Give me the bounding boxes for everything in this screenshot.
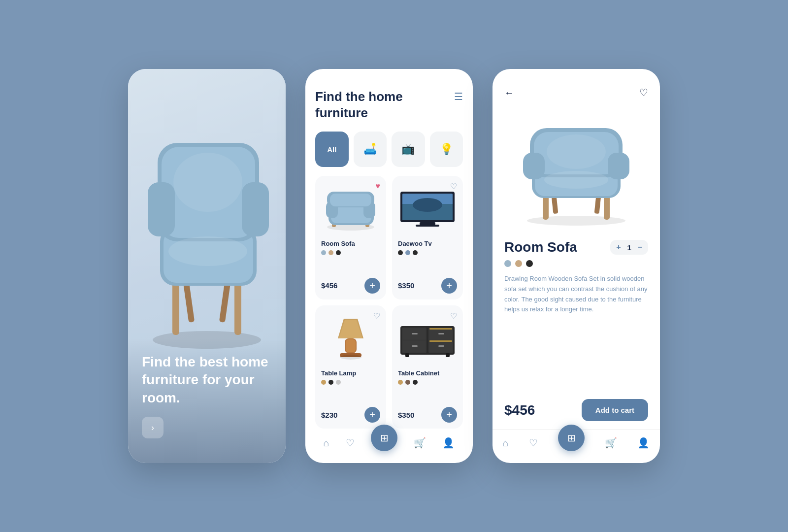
svg-rect-9 xyxy=(148,182,175,236)
cabinet-colors xyxy=(398,380,457,385)
color-dot-black3 xyxy=(328,380,333,385)
detail-color-options xyxy=(504,260,648,267)
detail-header: ← ♡ xyxy=(492,69,660,103)
cat-all-label: All xyxy=(327,145,336,154)
scan-icon: ⊞ xyxy=(380,432,389,444)
svg-point-50 xyxy=(527,216,625,226)
svg-rect-46 xyxy=(438,333,444,334)
cat-sofa[interactable]: 🛋️ xyxy=(354,132,387,167)
color-dot-silver xyxy=(336,380,341,385)
product-daewoo-tv: ♡ Daewoo Tv xyxy=(392,176,463,299)
product-table-cabinet: ♡ xyxy=(392,305,463,429)
phone-hero: Find the best home furniture for your ro… xyxy=(128,69,286,463)
sofa-image xyxy=(321,182,380,236)
qty-decrease-button[interactable]: + xyxy=(616,243,621,252)
cat-all[interactable]: All xyxy=(315,132,349,167)
product-table-lamp: ♡ Table Lamp xyxy=(315,305,386,429)
lamp-price: $230 xyxy=(321,411,337,419)
detail-nav-scan-button[interactable]: ⊞ xyxy=(558,425,585,451)
category-row: All 🛋️ 📺 💡 xyxy=(315,132,463,167)
svg-rect-28 xyxy=(416,225,439,227)
phone-listing: Find the home furniture ☰ All 🛋️ 📺 💡 ♥ xyxy=(305,69,473,463)
add-to-cart-button[interactable]: Add to cart xyxy=(582,399,648,421)
svg-point-62 xyxy=(547,134,606,169)
lamp-category-icon: 💡 xyxy=(440,143,453,156)
listing-title: Find the home furniture xyxy=(315,89,454,121)
color-dot-black4 xyxy=(413,380,418,385)
detail-nav-user-icon[interactable]: 👤 xyxy=(637,437,650,449)
svg-rect-48 xyxy=(405,353,409,357)
svg-rect-21 xyxy=(330,194,371,206)
tv-price: $350 xyxy=(398,281,414,290)
hero-arrow-button[interactable]: › xyxy=(142,417,164,438)
sofa-footer: $456 + xyxy=(321,278,380,294)
svg-rect-10 xyxy=(242,182,269,236)
detail-scan-icon: ⊞ xyxy=(567,432,576,444)
svg-rect-42 xyxy=(429,328,452,330)
hamburger-icon[interactable]: ☰ xyxy=(454,91,463,102)
lamp-image xyxy=(321,311,380,366)
detail-color-tan[interactable] xyxy=(515,260,522,267)
detail-product-image xyxy=(492,103,660,232)
svg-rect-59 xyxy=(523,153,545,179)
sofa-category-icon: 🛋️ xyxy=(363,143,377,156)
detail-price: $456 xyxy=(504,402,535,418)
svg-point-11 xyxy=(168,236,247,266)
svg-rect-45 xyxy=(412,345,418,347)
svg-rect-60 xyxy=(608,153,629,179)
lamp-add-button[interactable]: + xyxy=(364,407,380,423)
svg-rect-44 xyxy=(412,333,418,334)
nav-heart-icon[interactable]: ♡ xyxy=(346,437,355,449)
tv-name: Daewoo Tv xyxy=(398,240,457,247)
detail-body: Room Sofa + 1 − Drawing Room Wooden Sofa… xyxy=(492,232,660,429)
cat-tv[interactable]: 📺 xyxy=(392,132,425,167)
svg-rect-2 xyxy=(234,281,241,335)
qty-increase-button[interactable]: − xyxy=(638,243,642,252)
listing-bottom-nav: ⌂ ♡ ⊞ 🛒 👤 xyxy=(315,429,463,463)
heart-icon-lamp[interactable]: ♡ xyxy=(373,311,380,321)
sofa-price: $456 xyxy=(321,281,337,290)
svg-rect-47 xyxy=(438,345,444,347)
hero-tagline: Find the best home furniture for your ro… xyxy=(142,353,272,407)
cabinet-image xyxy=(398,311,457,366)
detail-description: Drawing Room Wooden Sofa Set in solid wo… xyxy=(504,274,648,315)
detail-nav-cart-icon[interactable]: 🛒 xyxy=(605,437,617,449)
svg-rect-49 xyxy=(446,353,450,357)
nav-cart-icon[interactable]: 🛒 xyxy=(414,437,426,449)
svg-point-61 xyxy=(544,171,608,189)
lamp-colors xyxy=(321,380,380,385)
nav-home-icon[interactable]: ⌂ xyxy=(324,437,329,449)
heart-icon-sofa[interactable]: ♥ xyxy=(376,182,381,191)
cabinet-name: Table Cabinet xyxy=(398,369,457,377)
heart-icon-cabinet[interactable]: ♡ xyxy=(450,311,457,321)
color-dot-gold xyxy=(321,380,326,385)
sofa-add-button[interactable]: + xyxy=(364,278,380,294)
color-dot-black xyxy=(336,250,341,255)
cabinet-price: $350 xyxy=(398,411,414,419)
nav-scan-button[interactable]: ⊞ xyxy=(371,425,397,451)
detail-nav-heart-icon[interactable]: ♡ xyxy=(529,437,538,449)
back-button[interactable]: ← xyxy=(504,87,514,99)
cabinet-footer: $350 + xyxy=(398,407,457,423)
detail-price-row: $456 Add to cart xyxy=(504,399,648,421)
nav-user-icon[interactable]: 👤 xyxy=(442,437,455,449)
detail-heart-icon[interactable]: ♡ xyxy=(639,87,648,99)
heart-icon-tv[interactable]: ♡ xyxy=(450,182,457,191)
quantity-value: 1 xyxy=(626,243,633,252)
lamp-name: Table Lamp xyxy=(321,369,380,377)
tv-add-button[interactable]: + xyxy=(441,278,457,294)
svg-rect-32 xyxy=(346,339,356,352)
color-dot-blue1 xyxy=(405,250,410,255)
cat-lamp[interactable]: 💡 xyxy=(430,132,463,167)
tv-footer: $350 + xyxy=(398,278,457,294)
cabinet-add-button[interactable]: + xyxy=(441,407,457,423)
detail-color-blue[interactable] xyxy=(504,260,511,267)
detail-bottom-nav: ⌂ ♡ ⊞ 🛒 👤 xyxy=(492,429,660,463)
hero-chair-image xyxy=(128,84,286,360)
detail-nav-home-icon[interactable]: ⌂ xyxy=(503,437,509,449)
lamp-footer: $230 + xyxy=(321,407,380,423)
detail-color-black[interactable] xyxy=(526,260,533,267)
detail-title-row: Room Sofa + 1 − xyxy=(504,239,648,255)
color-dot-brown xyxy=(405,380,410,385)
listing-header: Find the home furniture ☰ xyxy=(315,89,463,121)
